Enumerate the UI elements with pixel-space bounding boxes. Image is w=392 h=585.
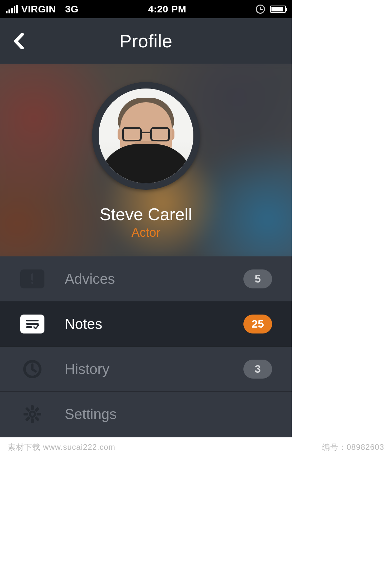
- svg-rect-11: [34, 407, 40, 412]
- alarm-icon: [256, 5, 265, 14]
- profile-role: Actor: [0, 226, 292, 240]
- carrier-label: VIRGIN: [21, 4, 56, 15]
- svg-point-15: [31, 413, 34, 416]
- svg-rect-3: [26, 323, 39, 325]
- watermark-left-cn: 素材下载: [8, 443, 41, 451]
- svg-rect-9: [24, 413, 28, 415]
- avatar-ring: [92, 82, 200, 190]
- svg-rect-10: [37, 413, 41, 415]
- menu-item-advices[interactable]: Advices 5: [0, 256, 292, 301]
- status-time: 4:20 PM: [78, 4, 256, 15]
- chevron-left-icon: [13, 33, 25, 49]
- alert-icon: [20, 269, 44, 288]
- svg-rect-0: [31, 273, 33, 281]
- watermark-left: 素材下载 www.sucai222.com: [8, 442, 115, 452]
- profile-name: Steve Carell: [0, 204, 292, 224]
- menu-item-notes[interactable]: Notes 25: [0, 301, 292, 347]
- status-left: VIRGIN 3G: [6, 4, 78, 15]
- app-screen: VIRGIN 3G 4:20 PM Profile: [0, 0, 292, 437]
- status-right: [256, 5, 286, 14]
- watermark-url: www.sucai222.com: [43, 443, 115, 451]
- count-badge: 3: [243, 360, 272, 379]
- svg-rect-7: [31, 405, 34, 410]
- nav-header: Profile: [0, 18, 292, 64]
- menu-label: Advices: [65, 271, 243, 287]
- menu-label: Settings: [65, 406, 272, 422]
- count-badge: 5: [243, 269, 272, 288]
- menu-label: Notes: [65, 316, 243, 332]
- notes-icon: [20, 315, 44, 333]
- watermark-bar: 素材下载 www.sucai222.com 编号：08982603: [0, 437, 392, 457]
- svg-rect-4: [26, 326, 32, 328]
- gear-icon: [22, 404, 43, 425]
- profile-menu: Advices 5 Notes 25: [0, 256, 292, 437]
- svg-rect-2: [26, 320, 39, 321]
- watermark-right-label: 编号：: [322, 443, 347, 451]
- signal-icon: [6, 5, 18, 13]
- svg-rect-14: [34, 416, 40, 421]
- svg-rect-12: [25, 416, 30, 421]
- watermark-right: 编号：08982603: [322, 442, 384, 452]
- svg-rect-13: [25, 407, 30, 412]
- avatar[interactable]: [99, 89, 193, 183]
- watermark-id: 08982603: [347, 443, 384, 451]
- menu-item-history[interactable]: History 3: [0, 347, 292, 392]
- battery-icon: [270, 6, 286, 13]
- count-badge: 25: [243, 315, 272, 333]
- back-button[interactable]: [13, 33, 25, 49]
- status-bar: VIRGIN 3G 4:20 PM: [0, 0, 292, 18]
- network-label: 3G: [65, 4, 78, 15]
- menu-label: History: [65, 361, 243, 377]
- clock-icon: [22, 359, 43, 380]
- page-title: Profile: [119, 30, 172, 52]
- svg-rect-1: [31, 282, 33, 284]
- svg-rect-8: [31, 418, 34, 423]
- profile-hero: Steve Carell Actor: [0, 64, 292, 256]
- menu-item-settings[interactable]: Settings: [0, 392, 292, 437]
